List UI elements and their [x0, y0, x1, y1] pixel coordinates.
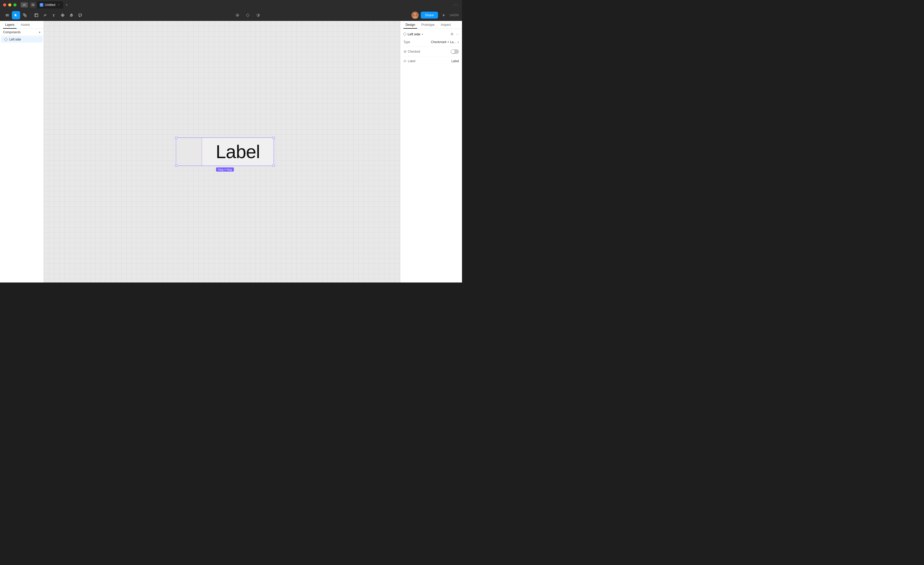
checked-prop-label: Checked	[408, 50, 420, 53]
right-panel: Design Prototype Inspect Left side ▾ ⚙ ·…	[400, 21, 462, 282]
layer-item-label: Left side	[9, 38, 21, 41]
gear-icon[interactable]: ⚙	[450, 32, 454, 36]
tab-favicon: F	[40, 3, 44, 7]
toolbar-center	[86, 11, 410, 20]
checked-label-group: Checked	[404, 50, 420, 53]
mask-icon[interactable]	[244, 11, 252, 20]
svg-rect-3	[6, 14, 9, 15]
svg-rect-4	[6, 15, 9, 15]
tab-bar: F Untitled × +	[30, 1, 453, 9]
component-tool[interactable]	[58, 11, 67, 20]
component-title-label: Left side	[408, 32, 420, 36]
home-button[interactable]	[21, 2, 28, 8]
svg-rect-10	[35, 14, 38, 17]
label-prop-value[interactable]: Label	[452, 59, 459, 63]
canvas-component[interactable]: Label Hug × Hug	[176, 138, 274, 166]
svg-marker-15	[237, 14, 238, 16]
left-panel: Layers Assets Components ▾ Left side	[0, 21, 44, 282]
component-frame[interactable]: Label	[176, 138, 274, 166]
component-header-actions: ⚙ ···	[450, 32, 459, 36]
type-prop-value[interactable]: Checkmark + La… ▾	[431, 40, 459, 44]
component-label: Label	[216, 141, 260, 162]
prop-label-row: Label Label	[404, 59, 459, 66]
zoom-level: 1443%	[449, 14, 459, 17]
canvas[interactable]: Label Hug × Hug	[44, 21, 400, 282]
svg-rect-7	[25, 15, 26, 17]
contrast-icon[interactable]	[254, 11, 262, 20]
resize-handle-bottom-left[interactable]	[175, 165, 177, 167]
right-panel-tabs: Design Prototype Inspect	[400, 21, 462, 29]
tab-assets[interactable]: Assets	[19, 21, 32, 29]
tab-untitled[interactable]: F Untitled ×	[37, 1, 63, 9]
components-label: Components	[3, 30, 21, 34]
resize-handle-bottom-right[interactable]	[273, 165, 274, 167]
hand-tool[interactable]	[67, 11, 75, 20]
type-prop-text: Checkmark + La…	[431, 40, 457, 44]
checked-toggle[interactable]	[451, 49, 459, 54]
components-section-header: Components ▾	[0, 29, 44, 36]
menu-tool[interactable]	[3, 11, 11, 20]
maximize-button[interactable]	[14, 3, 16, 6]
share-button[interactable]: Share	[421, 12, 438, 19]
tool-divider-1	[30, 13, 31, 18]
component-title: Left side ▾	[404, 32, 423, 36]
svg-rect-2	[32, 5, 34, 6]
component-title-chevron-icon: ▾	[422, 33, 423, 36]
tab-inspect[interactable]: Inspect	[439, 21, 453, 29]
svg-point-19	[414, 13, 416, 15]
svg-marker-16	[246, 14, 249, 17]
avatar	[411, 12, 418, 19]
titlebar: F Untitled × + ···	[0, 0, 462, 9]
toolbar: T Share 1443%	[0, 9, 462, 21]
close-button[interactable]	[3, 3, 6, 6]
label-prop-label: Label	[408, 59, 416, 63]
svg-text:T: T	[52, 14, 55, 17]
label-prop-text: Label	[452, 59, 459, 63]
label-icon	[404, 60, 406, 63]
main-area: Layers Assets Components ▾ Left side	[0, 21, 462, 282]
type-prop-label: Type	[404, 40, 410, 44]
svg-rect-1	[32, 5, 34, 5]
comment-tool[interactable]	[76, 11, 84, 20]
tab-title: Untitled	[45, 3, 56, 7]
fill-icon[interactable]	[233, 11, 242, 20]
component-header: Left side ▾ ⚙ ···	[404, 32, 459, 36]
type-chevron-icon: ▾	[458, 41, 459, 44]
tab-close-button[interactable]: ×	[57, 3, 61, 7]
layer-item-left-side[interactable]: Left side	[1, 36, 42, 42]
figma-menu-btn[interactable]	[30, 2, 36, 8]
play-button[interactable]	[440, 12, 447, 19]
layer-diamond-icon	[4, 38, 8, 41]
svg-rect-6	[23, 14, 25, 15]
vector-tool[interactable]	[41, 11, 49, 20]
toggle-knob	[451, 50, 455, 53]
resize-handle-top-left[interactable]	[175, 137, 177, 139]
svg-marker-20	[443, 14, 445, 17]
new-tab-button[interactable]: +	[64, 2, 69, 8]
scale-tool[interactable]	[21, 11, 29, 20]
text-tool[interactable]: T	[50, 11, 58, 20]
toolbar-right: Share 1443%	[411, 12, 459, 19]
more-options-button[interactable]: ···	[453, 2, 459, 8]
component-icon	[403, 32, 406, 36]
prop-checked: Checked	[404, 49, 459, 57]
svg-rect-5	[6, 16, 9, 16]
tab-prototype[interactable]: Prototype	[419, 21, 436, 29]
checkbox-area	[176, 138, 202, 165]
select-tool[interactable]	[12, 11, 20, 20]
minimize-button[interactable]	[8, 3, 11, 6]
components-chevron-icon: ▾	[39, 31, 40, 34]
prop-type: Type Checkmark + La… ▾	[404, 40, 459, 47]
checked-icon	[404, 50, 406, 53]
tab-layers[interactable]: Layers	[3, 21, 16, 29]
frame-tool[interactable]	[32, 11, 40, 20]
label-label-group: Label	[404, 59, 416, 63]
inner-divider	[202, 138, 202, 165]
resize-handle-top-right[interactable]	[273, 137, 274, 139]
panel-tabs: Layers Assets	[0, 21, 44, 29]
tab-design[interactable]: Design	[404, 21, 417, 29]
traffic-lights	[3, 3, 16, 6]
hug-badge: Hug × Hug	[216, 167, 234, 171]
right-panel-content: Left side ▾ ⚙ ··· Type Checkmark + La… ▾	[400, 29, 462, 282]
more-options-icon[interactable]: ···	[456, 32, 459, 36]
